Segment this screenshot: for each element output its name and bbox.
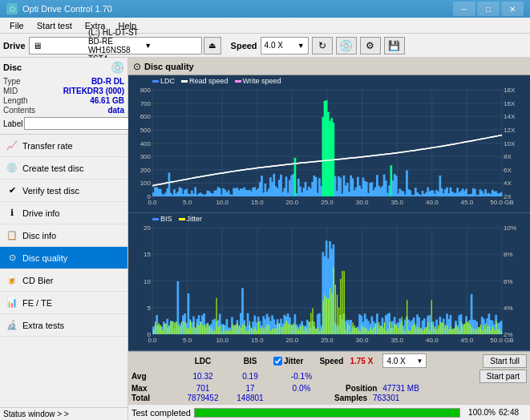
bis-header: BIS	[230, 357, 270, 365]
close-button[interactable]: ✕	[501, 2, 524, 16]
position-value: 47731 MB	[382, 384, 419, 393]
upper-chart-canvas	[128, 75, 530, 212]
nav-icon-drive-info: ℹ	[6, 208, 18, 218]
titlebar: ⬡ Opti Drive Control 1.70 ─ □ ✕	[0, 0, 530, 18]
cd-icon-button[interactable]: 💿	[336, 37, 357, 55]
start-part-button[interactable]: Start part	[479, 370, 527, 383]
max-ldc: 701	[179, 384, 227, 393]
nav-icon-cd-bier: 🍺	[6, 275, 18, 285]
menu-file[interactable]: File	[3, 19, 30, 32]
nav-label-extra-tests: Extra tests	[22, 321, 64, 330]
length-label: Length	[3, 96, 28, 105]
progress-percent: 100.0%	[463, 408, 496, 417]
progress-time: 62:48	[499, 408, 527, 417]
ldc-header: LDC	[179, 357, 227, 365]
avg-label: Avg	[131, 372, 176, 381]
lower-chart-canvas	[128, 213, 530, 350]
sidebar-item-disc-info[interactable]: 📋Disc info	[0, 224, 127, 247]
total-label: Total	[131, 394, 176, 402]
minimize-button[interactable]: ─	[453, 2, 475, 16]
length-value: 46.61 GB	[90, 96, 124, 105]
contents-value: data	[107, 106, 124, 115]
disc-quality-header: ⊙ Disc quality	[128, 58, 530, 75]
disc-quality-title: Disc quality	[144, 62, 194, 71]
speed-value: 4.0 X	[265, 41, 283, 50]
total-bis: 148801	[230, 394, 270, 402]
app-icon: ⬡	[6, 3, 18, 14]
jitter-checkbox[interactable]	[273, 357, 282, 365]
maximize-button[interactable]: □	[477, 2, 500, 16]
nav-icon-verify-test-disc: ✔	[6, 185, 18, 196]
save-button[interactable]: 💾	[384, 37, 405, 55]
nav-icon-extra-tests: 🔬	[6, 320, 18, 330]
progress-area: Test completed 100.0% 62:48	[128, 404, 530, 420]
nav-label-create-test-disc: Create test disc	[22, 164, 83, 173]
main-content: ⊙ Disc quality LDC Read speed Write spee…	[128, 58, 530, 420]
drive-selector[interactable]: 🖥 (L:) HL-DT-ST BD-RE WH16NS58 TST4 ▼	[29, 37, 202, 55]
drive-label: Drive	[3, 41, 26, 50]
nav-icon-disc-info: 📋	[6, 230, 18, 240]
label-label: Label	[3, 119, 22, 128]
nav-icon-fe-te: 📊	[6, 297, 18, 308]
progress-bar	[194, 408, 460, 418]
eject-button[interactable]: ⏏	[204, 37, 221, 55]
nav-label-fe-te: FE / TE	[22, 298, 52, 308]
disc-panel: Disc 💿 Type BD-R DL MID RITEKDR3 (000) L…	[0, 58, 127, 135]
start-full-button[interactable]: Start full	[483, 354, 527, 368]
progress-status: Test completed	[131, 408, 191, 418]
samples-value: 763301	[373, 394, 399, 402]
sidebar-item-transfer-rate[interactable]: 📈Transfer rate	[0, 135, 127, 157]
refresh-button[interactable]: ↻	[312, 37, 333, 55]
nav-icon-disc-quality: ⊙	[6, 252, 18, 263]
sidebar-item-cd-bier[interactable]: 🍺CD Bier	[0, 269, 127, 292]
nav-container: 📈Transfer rate💿Create test disc✔Verify t…	[0, 135, 127, 337]
mid-label: MID	[3, 87, 18, 95]
type-label: Type	[3, 77, 21, 86]
status-window-button[interactable]: Status window > >	[0, 407, 127, 420]
upper-chart: LDC Read speed Write speed	[128, 75, 530, 213]
sidebar-item-extra-tests[interactable]: 🔬Extra tests	[0, 314, 127, 337]
status-window-label: Status window > >	[3, 410, 69, 418]
sidebar-item-disc-quality[interactable]: ⊙Disc quality	[0, 247, 127, 269]
sidebar-item-create-test-disc[interactable]: 💿Create test disc	[0, 157, 127, 180]
nav-label-verify-test-disc: Verify test disc	[22, 186, 79, 196]
nav-label-transfer-rate: Transfer rate	[22, 141, 73, 151]
type-value: BD-R DL	[91, 77, 124, 86]
speed-stat-label: Speed	[319, 357, 343, 365]
nav-label-cd-bier: CD Bier	[22, 276, 54, 285]
speed-stat-value: 1.75 X	[350, 357, 373, 365]
avg-jitter: -0.1%	[273, 372, 330, 381]
speed-selector[interactable]: 4.0 X ▼	[261, 37, 309, 55]
nav-label-drive-info: Drive info	[22, 208, 59, 218]
disc-panel-title: Disc	[3, 63, 22, 72]
mid-value: RITEKDR3 (000)	[63, 87, 124, 95]
contents-label: Contents	[3, 106, 35, 115]
app-title: Opti Drive Control 1.70	[22, 4, 112, 14]
max-jitter: 0.0%	[273, 384, 330, 393]
label-input[interactable]	[24, 117, 131, 130]
lower-chart: BIS Jitter	[128, 213, 530, 351]
position-label: Position	[346, 384, 377, 393]
sidebar-item-fe-te[interactable]: 📊FE / TE	[0, 292, 127, 314]
max-bis: 17	[230, 384, 270, 393]
settings-button[interactable]: ⚙	[360, 37, 381, 55]
progress-bar-fill	[195, 409, 459, 417]
charts-area: LDC Read speed Write speed BIS Jitter	[128, 75, 530, 351]
max-label: Max	[131, 384, 176, 393]
avg-bis: 0.19	[230, 372, 270, 381]
nav-icon-transfer-rate: 📈	[6, 140, 18, 151]
sidebar-item-drive-info[interactable]: ℹDrive info	[0, 202, 127, 224]
menu-start-test[interactable]: Start test	[30, 19, 79, 32]
drive-toolbar: Drive 🖥 (L:) HL-DT-ST BD-RE WH16NS58 TST…	[0, 34, 530, 58]
nav-icon-create-test-disc: 💿	[6, 163, 18, 173]
menubar: File Start test Extra Help	[0, 18, 530, 34]
stats-speed-selector[interactable]: 4.0 X ▼	[382, 353, 427, 368]
sidebar-item-verify-test-disc[interactable]: ✔Verify test disc	[0, 180, 127, 202]
speed-label: Speed	[231, 41, 257, 50]
upper-chart-legend: LDC Read speed Write speed	[152, 77, 281, 85]
nav-label-disc-info: Disc info	[22, 231, 56, 240]
lower-chart-legend: BIS Jitter	[152, 215, 202, 223]
sidebar: Disc 💿 Type BD-R DL MID RITEKDR3 (000) L…	[0, 58, 128, 420]
stats-panel: LDC BIS Jitter Speed 1.75 X 4.0 X ▼ Star…	[128, 351, 530, 404]
total-ldc: 7879452	[179, 394, 227, 402]
